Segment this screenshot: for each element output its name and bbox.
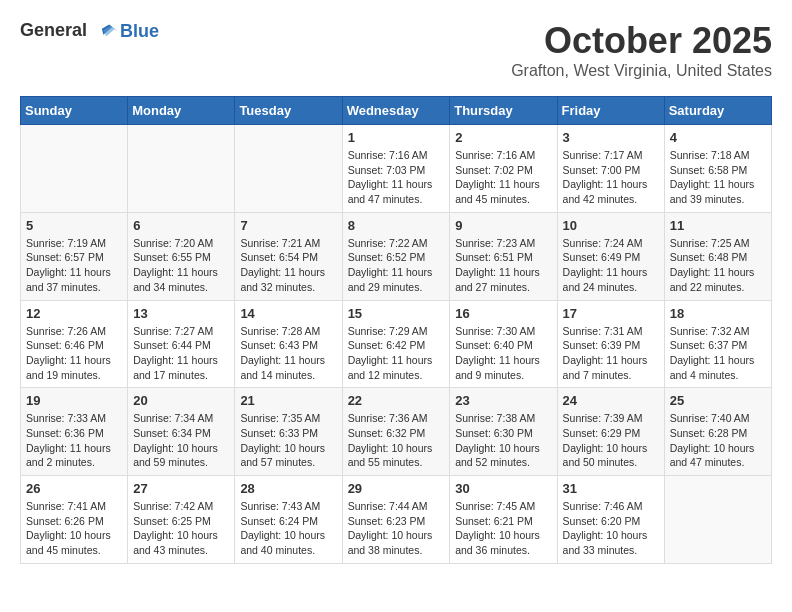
day-info: Sunrise: 7:44 AM Sunset: 6:23 PM Dayligh…: [348, 499, 445, 558]
day-info: Sunrise: 7:34 AM Sunset: 6:34 PM Dayligh…: [133, 411, 229, 470]
day-number: 14: [240, 306, 336, 321]
calendar-cell: 22Sunrise: 7:36 AM Sunset: 6:32 PM Dayli…: [342, 388, 450, 476]
day-info: Sunrise: 7:35 AM Sunset: 6:33 PM Dayligh…: [240, 411, 336, 470]
calendar-header-tuesday: Tuesday: [235, 97, 342, 125]
day-number: 26: [26, 481, 122, 496]
day-number: 19: [26, 393, 122, 408]
month-title: October 2025: [511, 20, 772, 62]
day-number: 17: [563, 306, 659, 321]
day-number: 27: [133, 481, 229, 496]
day-info: Sunrise: 7:32 AM Sunset: 6:37 PM Dayligh…: [670, 324, 766, 383]
calendar-cell: 26Sunrise: 7:41 AM Sunset: 6:26 PM Dayli…: [21, 476, 128, 564]
day-number: 6: [133, 218, 229, 233]
day-info: Sunrise: 7:39 AM Sunset: 6:29 PM Dayligh…: [563, 411, 659, 470]
calendar-cell: 20Sunrise: 7:34 AM Sunset: 6:34 PM Dayli…: [128, 388, 235, 476]
day-info: Sunrise: 7:17 AM Sunset: 7:00 PM Dayligh…: [563, 148, 659, 207]
day-number: 15: [348, 306, 445, 321]
day-info: Sunrise: 7:24 AM Sunset: 6:49 PM Dayligh…: [563, 236, 659, 295]
calendar-cell: 6Sunrise: 7:20 AM Sunset: 6:55 PM Daylig…: [128, 212, 235, 300]
calendar-header-thursday: Thursday: [450, 97, 557, 125]
day-info: Sunrise: 7:22 AM Sunset: 6:52 PM Dayligh…: [348, 236, 445, 295]
calendar-cell: 21Sunrise: 7:35 AM Sunset: 6:33 PM Dayli…: [235, 388, 342, 476]
calendar-cell: 11Sunrise: 7:25 AM Sunset: 6:48 PM Dayli…: [664, 212, 771, 300]
calendar-cell: 8Sunrise: 7:22 AM Sunset: 6:52 PM Daylig…: [342, 212, 450, 300]
day-number: 11: [670, 218, 766, 233]
day-number: 20: [133, 393, 229, 408]
calendar-cell: 12Sunrise: 7:26 AM Sunset: 6:46 PM Dayli…: [21, 300, 128, 388]
calendar-cell: 2Sunrise: 7:16 AM Sunset: 7:02 PM Daylig…: [450, 125, 557, 213]
calendar-cell: 18Sunrise: 7:32 AM Sunset: 6:37 PM Dayli…: [664, 300, 771, 388]
day-number: 24: [563, 393, 659, 408]
day-info: Sunrise: 7:36 AM Sunset: 6:32 PM Dayligh…: [348, 411, 445, 470]
day-info: Sunrise: 7:33 AM Sunset: 6:36 PM Dayligh…: [26, 411, 122, 470]
calendar-cell: 24Sunrise: 7:39 AM Sunset: 6:29 PM Dayli…: [557, 388, 664, 476]
day-number: 29: [348, 481, 445, 496]
day-info: Sunrise: 7:42 AM Sunset: 6:25 PM Dayligh…: [133, 499, 229, 558]
day-number: 18: [670, 306, 766, 321]
calendar-cell: 10Sunrise: 7:24 AM Sunset: 6:49 PM Dayli…: [557, 212, 664, 300]
calendar-cell: 5Sunrise: 7:19 AM Sunset: 6:57 PM Daylig…: [21, 212, 128, 300]
day-info: Sunrise: 7:31 AM Sunset: 6:39 PM Dayligh…: [563, 324, 659, 383]
day-number: 25: [670, 393, 766, 408]
calendar-cell: 30Sunrise: 7:45 AM Sunset: 6:21 PM Dayli…: [450, 476, 557, 564]
day-info: Sunrise: 7:45 AM Sunset: 6:21 PM Dayligh…: [455, 499, 551, 558]
calendar-cell: 1Sunrise: 7:16 AM Sunset: 7:03 PM Daylig…: [342, 125, 450, 213]
calendar-week-5: 26Sunrise: 7:41 AM Sunset: 6:26 PM Dayli…: [21, 476, 772, 564]
calendar-cell: 31Sunrise: 7:46 AM Sunset: 6:20 PM Dayli…: [557, 476, 664, 564]
day-info: Sunrise: 7:26 AM Sunset: 6:46 PM Dayligh…: [26, 324, 122, 383]
calendar-cell: 4Sunrise: 7:18 AM Sunset: 6:58 PM Daylig…: [664, 125, 771, 213]
day-info: Sunrise: 7:38 AM Sunset: 6:30 PM Dayligh…: [455, 411, 551, 470]
day-number: 23: [455, 393, 551, 408]
calendar-week-1: 1Sunrise: 7:16 AM Sunset: 7:03 PM Daylig…: [21, 125, 772, 213]
day-info: Sunrise: 7:46 AM Sunset: 6:20 PM Dayligh…: [563, 499, 659, 558]
logo-bird-icon: [96, 20, 118, 42]
day-info: Sunrise: 7:41 AM Sunset: 6:26 PM Dayligh…: [26, 499, 122, 558]
calendar-cell: [235, 125, 342, 213]
day-number: 22: [348, 393, 445, 408]
calendar-week-4: 19Sunrise: 7:33 AM Sunset: 6:36 PM Dayli…: [21, 388, 772, 476]
calendar-header-monday: Monday: [128, 97, 235, 125]
day-info: Sunrise: 7:23 AM Sunset: 6:51 PM Dayligh…: [455, 236, 551, 295]
calendar-week-2: 5Sunrise: 7:19 AM Sunset: 6:57 PM Daylig…: [21, 212, 772, 300]
day-number: 21: [240, 393, 336, 408]
calendar-header-wednesday: Wednesday: [342, 97, 450, 125]
day-number: 1: [348, 130, 445, 145]
calendar-header-row: SundayMondayTuesdayWednesdayThursdayFrid…: [21, 97, 772, 125]
day-info: Sunrise: 7:20 AM Sunset: 6:55 PM Dayligh…: [133, 236, 229, 295]
day-info: Sunrise: 7:40 AM Sunset: 6:28 PM Dayligh…: [670, 411, 766, 470]
calendar-cell: 13Sunrise: 7:27 AM Sunset: 6:44 PM Dayli…: [128, 300, 235, 388]
day-number: 8: [348, 218, 445, 233]
day-number: 10: [563, 218, 659, 233]
location: Grafton, West Virginia, United States: [511, 62, 772, 80]
calendar-cell: 19Sunrise: 7:33 AM Sunset: 6:36 PM Dayli…: [21, 388, 128, 476]
calendar-cell: 7Sunrise: 7:21 AM Sunset: 6:54 PM Daylig…: [235, 212, 342, 300]
calendar-table: SundayMondayTuesdayWednesdayThursdayFrid…: [20, 96, 772, 564]
day-info: Sunrise: 7:43 AM Sunset: 6:24 PM Dayligh…: [240, 499, 336, 558]
logo-general: General: [20, 20, 87, 40]
day-info: Sunrise: 7:29 AM Sunset: 6:42 PM Dayligh…: [348, 324, 445, 383]
day-number: 31: [563, 481, 659, 496]
calendar-cell: [21, 125, 128, 213]
page-header: General Blue October 2025 Grafton, West …: [20, 20, 772, 80]
day-number: 28: [240, 481, 336, 496]
logo-blue: Blue: [120, 21, 159, 42]
day-info: Sunrise: 7:19 AM Sunset: 6:57 PM Dayligh…: [26, 236, 122, 295]
day-info: Sunrise: 7:16 AM Sunset: 7:03 PM Dayligh…: [348, 148, 445, 207]
calendar-week-3: 12Sunrise: 7:26 AM Sunset: 6:46 PM Dayli…: [21, 300, 772, 388]
calendar-cell: 25Sunrise: 7:40 AM Sunset: 6:28 PM Dayli…: [664, 388, 771, 476]
day-info: Sunrise: 7:30 AM Sunset: 6:40 PM Dayligh…: [455, 324, 551, 383]
calendar-header-sunday: Sunday: [21, 97, 128, 125]
calendar-cell: 14Sunrise: 7:28 AM Sunset: 6:43 PM Dayli…: [235, 300, 342, 388]
calendar-cell: 29Sunrise: 7:44 AM Sunset: 6:23 PM Dayli…: [342, 476, 450, 564]
day-number: 13: [133, 306, 229, 321]
calendar-header-friday: Friday: [557, 97, 664, 125]
calendar-cell: 3Sunrise: 7:17 AM Sunset: 7:00 PM Daylig…: [557, 125, 664, 213]
day-number: 2: [455, 130, 551, 145]
calendar-header-saturday: Saturday: [664, 97, 771, 125]
title-block: October 2025 Grafton, West Virginia, Uni…: [511, 20, 772, 80]
day-number: 4: [670, 130, 766, 145]
day-number: 5: [26, 218, 122, 233]
calendar-cell: [128, 125, 235, 213]
calendar-cell: [664, 476, 771, 564]
day-info: Sunrise: 7:27 AM Sunset: 6:44 PM Dayligh…: [133, 324, 229, 383]
